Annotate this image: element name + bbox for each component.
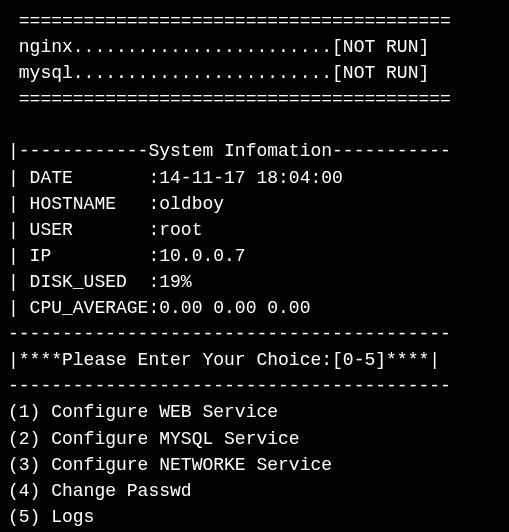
divider-mid: ========================================	[8, 86, 501, 112]
divider-top: ========================================	[8, 8, 501, 34]
service-mysql: mysql........................[NOT RUN]	[8, 60, 501, 86]
sysinfo-cpu: | CPU_AVERAGE:0.00 0.00 0.00	[8, 295, 501, 321]
divider-thin-1: ----------------------------------------…	[8, 321, 501, 347]
menu-item-4: (4) Change Passwd	[8, 478, 501, 504]
sysinfo-hostname: | HOSTNAME :oldboy	[8, 191, 501, 217]
sysinfo-date: | DATE :14-11-17 18:04:00	[8, 165, 501, 191]
sysinfo-disk: | DISK_USED :19%	[8, 269, 501, 295]
service-nginx: nginx........................[NOT RUN]	[8, 34, 501, 60]
sysinfo-ip: | IP :10.0.0.7	[8, 243, 501, 269]
menu-item-5: (5) Logs	[8, 504, 501, 530]
divider-thin-2: ----------------------------------------…	[8, 373, 501, 399]
blank	[8, 112, 501, 138]
sysinfo-user: | USER :root	[8, 217, 501, 243]
menu-item-2: (2) Configure MYSQL Service	[8, 426, 501, 452]
sysinfo-header: |------------System Infomation----------…	[8, 138, 501, 164]
menu-item-1: (1) Configure WEB Service	[8, 399, 501, 425]
menu-item-3: (3) Configure NETWORKE Service	[8, 452, 501, 478]
choice-header: |****Please Enter Your Choice:[0-5]****|	[8, 347, 501, 373]
